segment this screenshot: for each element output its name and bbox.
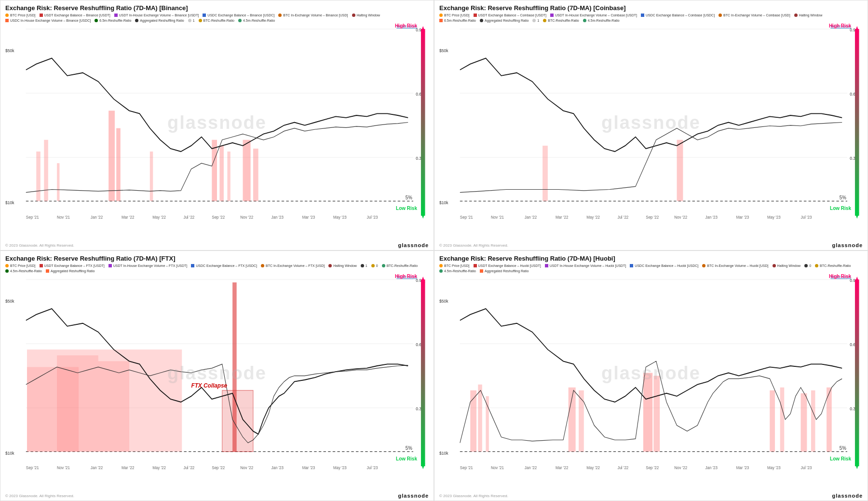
svg-rect-11: [36, 152, 41, 201]
svg-text:Nov '21: Nov '21: [57, 214, 70, 220]
legend-item: BTC-Reshuffle-Ratio: [815, 264, 851, 267]
svg-text:Sep '22: Sep '22: [212, 214, 225, 220]
svg-text:Jul '23: Jul '23: [801, 465, 812, 470]
legend-item: Halting Window: [773, 264, 801, 267]
svg-text:Jul '22: Jul '22: [183, 465, 194, 470]
svg-rect-37: [439, 23, 863, 222]
high-risk-label: High Risk: [829, 23, 851, 28]
svg-rect-49: [677, 140, 683, 201]
svg-text:Nov '22: Nov '22: [674, 465, 687, 470]
svg-text:$10k: $10k: [439, 450, 448, 456]
svg-rect-81: [232, 282, 237, 452]
legend-item: BTC Price [USD]: [439, 264, 470, 267]
legend-item: 6.5m-Reshuffle-Ratio: [95, 19, 131, 22]
chart-huobi-title: Exchange Risk: Reserve Reshuffling Ratio…: [439, 255, 863, 262]
svg-rect-114: [643, 373, 652, 452]
svg-text:FTX Collapse: FTX Collapse: [191, 382, 227, 389]
svg-text:5%: 5%: [406, 445, 412, 451]
svg-text:Mar '23: Mar '23: [736, 465, 749, 470]
chart-coinbase: Exchange Risk: Reserve Reshuffling Ratio…: [434, 0, 868, 250]
svg-rect-117: [780, 388, 785, 452]
svg-text:Sep '22: Sep '22: [646, 214, 659, 220]
svg-rect-118: [801, 393, 807, 452]
svg-text:Nov '22: Nov '22: [240, 465, 253, 470]
legend-item: 0: [804, 264, 811, 267]
svg-text:0.6: 0.6: [416, 91, 421, 97]
svg-rect-119: [811, 390, 815, 452]
legend-item: Halting Window: [328, 264, 357, 267]
chart-ftx-legend: BTC Price [USD] USDT Exchange Balance – …: [5, 264, 429, 273]
svg-text:Mar '22: Mar '22: [556, 465, 569, 470]
legend-item: USDT Exchange Balance – Huobi [USDT]: [474, 264, 541, 267]
chart-binance-footer: © 2023 Glassnode. All Rights Reserved. g…: [0, 242, 434, 248]
svg-text:Mar '22: Mar '22: [122, 465, 135, 470]
legend-item: 4.5m-Reshuffle-Ratio: [5, 269, 42, 273]
svg-text:0.6: 0.6: [416, 342, 421, 347]
svg-text:5%: 5%: [840, 195, 846, 201]
svg-text:$50k: $50k: [439, 299, 448, 304]
low-risk-label: Low Risk: [830, 206, 851, 211]
svg-text:May '23: May '23: [333, 465, 347, 470]
chart-binance-svg: 5% 0.9 0.6 0.3 $50k $10k: [5, 23, 429, 222]
svg-text:Jan '22: Jan '22: [91, 214, 103, 220]
svg-text:5%: 5%: [840, 445, 846, 451]
svg-text:0.3: 0.3: [416, 155, 421, 161]
chart-ftx-footer: © 2023 Glassnode. All Rights Reserved. g…: [0, 493, 434, 499]
high-risk-label: High Risk: [395, 23, 417, 28]
legend-item: Aggregated Reshuffling Ratio: [135, 19, 184, 22]
svg-text:$50k: $50k: [5, 48, 14, 54]
svg-rect-21: [253, 149, 258, 201]
svg-text:Nov '21: Nov '21: [491, 214, 504, 220]
legend-item: BTC-Reshuffle-Ratio: [199, 19, 234, 22]
legend-item: USDT In-House Exchange Volume – FTX [USD…: [108, 264, 188, 267]
svg-text:Jan '22: Jan '22: [91, 465, 103, 470]
high-risk-label: High Risk: [395, 274, 417, 279]
legend-item: 1: [361, 264, 367, 267]
chart-huobi-legend: BTC Price [USD] USDT Exchange Balance – …: [439, 264, 863, 273]
svg-rect-17: [212, 140, 217, 201]
svg-text:Sep '21: Sep '21: [460, 465, 473, 470]
chart-coinbase-footer: © 2023 Glassnode. All Rights Reserved. g…: [434, 242, 868, 248]
low-risk-label: Low Risk: [830, 456, 851, 461]
svg-rect-13: [57, 163, 59, 201]
svg-rect-12: [44, 140, 48, 201]
svg-rect-18: [219, 146, 224, 201]
legend-item: USDC In-House Exchange Volume – Binance …: [5, 19, 91, 22]
chart-huobi: Exchange Risk: Reserve Reshuffling Ratio…: [434, 250, 868, 501]
legend-item: BTC In-Exchange Volume – Coinbase [USD]: [719, 14, 790, 17]
svg-text:May '22: May '22: [586, 465, 600, 470]
svg-text:5%: 5%: [406, 195, 412, 201]
svg-text:Nov '22: Nov '22: [674, 214, 687, 220]
legend-item: USDT In-House Exchange Volume – Huobi [U…: [545, 264, 626, 267]
legend-item: USDC Exchange Balance – Coinbase [USDC]: [641, 14, 715, 17]
chart-coinbase-svg: 5% 0.9 0.6 0.3 $50k $10k Sep '21 N: [439, 23, 863, 222]
legend-item: Aggregated Reshuffling Ratio: [46, 269, 95, 273]
legend-item: BTC-Reshuffle-Ratio: [382, 264, 418, 267]
svg-rect-116: [770, 390, 775, 452]
svg-text:Nov '21: Nov '21: [491, 465, 504, 470]
svg-text:Sep '21: Sep '21: [460, 214, 473, 220]
legend-item: BTC-Reshuffle-Ratio: [543, 19, 579, 22]
svg-text:0.3: 0.3: [850, 406, 855, 411]
svg-text:0.3: 0.3: [416, 406, 421, 411]
legend-item: USDC Exchange Balance – Binance [USDC]: [203, 14, 274, 17]
svg-text:May '22: May '22: [586, 214, 600, 220]
svg-rect-109: [470, 390, 476, 452]
legend-item: USDT Exchange Balance – Binance [USDT]: [40, 14, 110, 17]
svg-text:Nov '22: Nov '22: [240, 214, 253, 220]
footer-logo: glassnode: [398, 242, 429, 248]
svg-text:0.3: 0.3: [850, 155, 855, 161]
legend-item: 6.5m-Reshuffle-Ratio: [439, 19, 476, 22]
svg-rect-110: [478, 385, 482, 452]
svg-rect-78: [57, 355, 98, 451]
svg-text:May '23: May '23: [767, 465, 781, 470]
svg-rect-19: [227, 152, 230, 201]
legend-item: 1: [532, 19, 539, 22]
svg-text:Jan '23: Jan '23: [271, 465, 284, 470]
svg-rect-20: [243, 140, 251, 201]
svg-text:Jul '22: Jul '22: [183, 214, 194, 220]
svg-text:Mar '23: Mar '23: [302, 465, 315, 470]
chart-binance-area: glassnode Reset zoom 5% 0.9 0.6 0.3 $50k…: [5, 23, 429, 222]
chart-ftx-title: Exchange Risk: Reserve Reshuffling Ratio…: [5, 255, 429, 262]
svg-text:Jul '23: Jul '23: [367, 465, 378, 470]
